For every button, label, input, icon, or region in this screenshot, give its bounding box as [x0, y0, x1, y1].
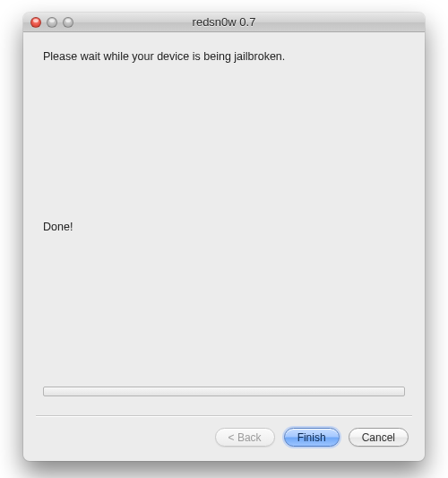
divider	[36, 415, 412, 416]
traffic-lights	[23, 17, 73, 28]
cancel-button[interactable]: Cancel	[349, 428, 409, 447]
back-button: < Back	[215, 428, 275, 447]
titlebar[interactable]: redsn0w 0.7	[23, 13, 425, 32]
close-icon[interactable]	[30, 17, 41, 28]
window-title: redsn0w 0.7	[23, 15, 425, 29]
minimize-icon	[47, 17, 57, 28]
finish-button[interactable]: Finish	[284, 428, 340, 447]
app-window: redsn0w 0.7 Please wait while your devic…	[23, 13, 425, 461]
zoom-icon	[63, 17, 73, 28]
status-text: Done!	[43, 221, 73, 233]
progress-bar	[43, 387, 405, 396]
instruction-text: Please wait while your device is being j…	[43, 50, 405, 63]
button-row: < Back Finish Cancel	[215, 428, 409, 447]
window-content: Please wait while your device is being j…	[23, 32, 425, 461]
